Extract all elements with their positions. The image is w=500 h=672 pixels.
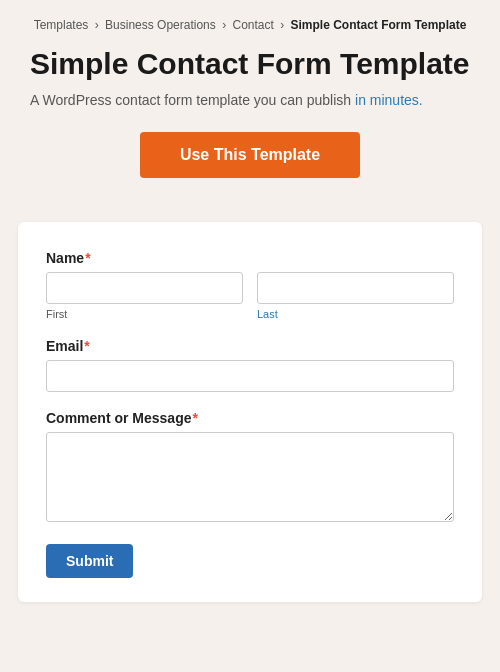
email-input[interactable]	[46, 360, 454, 392]
email-required-star: *	[84, 338, 89, 354]
breadcrumb-current: Simple Contact Form Template	[291, 18, 467, 32]
use-template-button[interactable]: Use This Template	[140, 132, 360, 178]
breadcrumb: Templates › Business Operations › Contac…	[30, 18, 470, 32]
last-name-col: Last	[257, 272, 454, 320]
first-sublabel: First	[46, 308, 243, 320]
last-name-input[interactable]	[257, 272, 454, 304]
email-group: Email*	[46, 338, 454, 392]
name-row: First Last	[46, 272, 454, 320]
name-required-star: *	[85, 250, 90, 266]
message-group: Comment or Message*	[46, 410, 454, 526]
last-sublabel: Last	[257, 308, 454, 320]
name-label: Name*	[46, 250, 454, 266]
contact-form-card: Name* First Last Email* Comment or Messa…	[18, 222, 482, 602]
breadcrumb-sep-2: ›	[222, 18, 226, 32]
message-textarea[interactable]	[46, 432, 454, 522]
name-group: Name* First Last	[46, 250, 454, 320]
breadcrumb-business-operations[interactable]: Business Operations	[105, 18, 216, 32]
email-label: Email*	[46, 338, 454, 354]
breadcrumb-contact[interactable]: Contact	[232, 18, 273, 32]
first-name-col: First	[46, 272, 243, 320]
breadcrumb-templates[interactable]: Templates	[34, 18, 89, 32]
subtitle-link[interactable]: in minutes.	[355, 92, 423, 108]
message-label: Comment or Message*	[46, 410, 454, 426]
breadcrumb-sep-3: ›	[280, 18, 284, 32]
first-name-input[interactable]	[46, 272, 243, 304]
page-title: Simple Contact Form Template	[30, 46, 470, 82]
message-required-star: *	[192, 410, 197, 426]
hero-section: Templates › Business Operations › Contac…	[0, 0, 500, 212]
submit-button[interactable]: Submit	[46, 544, 133, 578]
page-subtitle: A WordPress contact form template you ca…	[30, 92, 470, 108]
breadcrumb-sep-1: ›	[95, 18, 99, 32]
